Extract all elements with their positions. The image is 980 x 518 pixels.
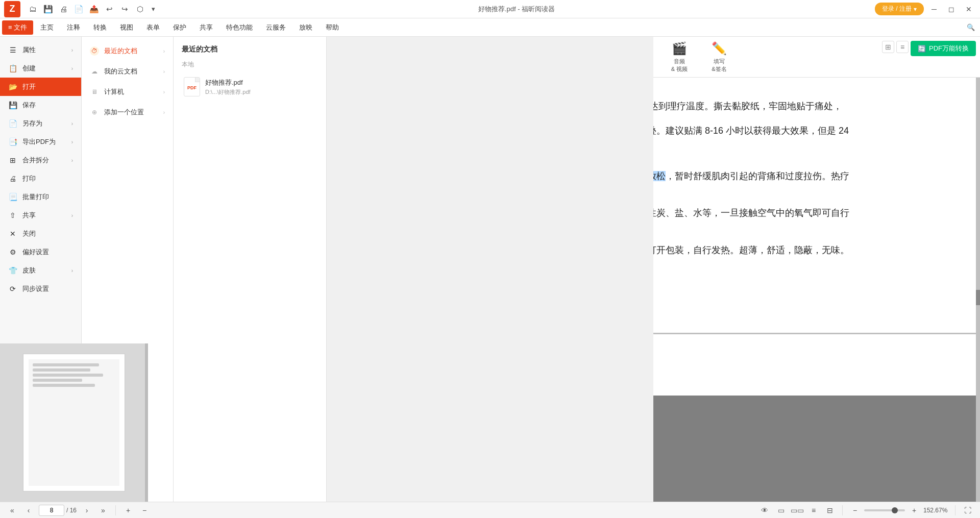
recent-section-local: 本地 (182, 60, 318, 69)
thumb-line (33, 374, 103, 377)
last-page-button[interactable]: » (97, 504, 109, 516)
merge-arrow: › (71, 158, 73, 163)
file-menu-export[interactable]: 📑 导出PDF为 › (0, 133, 81, 151)
submenu-recent[interactable]: ⏱ 最近的文档 › (82, 41, 173, 61)
computer-arrow: › (163, 89, 165, 95)
preferences-label: 偏好设置 (22, 248, 49, 257)
file-menu-share[interactable]: ⇧ 共享 › (0, 206, 81, 225)
undo-icon[interactable]: ↩ (102, 2, 116, 16)
share-label: 共享 (22, 211, 36, 220)
save-icon[interactable]: 💾 (41, 2, 55, 16)
pdf-convert-button[interactable]: 🔄 PDF万能转换 (911, 41, 976, 56)
audio-video-button[interactable]: 🎬 音频& 视频 (662, 37, 697, 77)
pdf-scrollbar-thumb[interactable] (976, 290, 980, 305)
cloud-icon: ☁ (90, 67, 99, 76)
menu-view[interactable]: 视图 (114, 20, 139, 35)
menu-bar: ≡ 文件 主页 注释 转换 视图 表单 保护 共享 特色功能 云服务 放映 帮助… (0, 18, 980, 37)
double-page-button[interactable]: ▭▭ (791, 504, 803, 516)
next-page-button[interactable]: › (81, 504, 93, 516)
first-page-button[interactable]: « (6, 504, 18, 516)
submenu-cloud[interactable]: ☁ 我的云文档 › (82, 61, 173, 82)
recent-icon: ⏱ (90, 46, 99, 56)
thumbnail-page (23, 354, 125, 491)
submenu-computer[interactable]: 🖥 计算机 › (82, 82, 173, 102)
file-menu-batch-print[interactable]: 📃 批量打印 (0, 188, 81, 206)
pdf-line-2: 交叠。建议贴满 8-16 小时以获得最大效果，但是 24 (653, 122, 980, 139)
skin-arrow: › (71, 268, 73, 274)
page-total: / 16 (66, 507, 77, 514)
grid-view-button[interactable]: ⊞ (882, 41, 894, 53)
zoom-out-button[interactable]: − (849, 504, 861, 516)
file-menu-preferences[interactable]: ⚙ 偏好设置 (0, 243, 81, 261)
menu-file[interactable]: ≡ 文件 (2, 20, 33, 35)
page-number-input[interactable] (39, 505, 64, 516)
continuous-page-button[interactable]: ⊟ (824, 504, 836, 516)
pdf-scrollbar[interactable] (976, 78, 980, 502)
file-menu-properties[interactable]: ☰ 属性 › (0, 41, 81, 59)
export-icon[interactable]: 📤 (87, 2, 101, 16)
folder-open-icon[interactable]: 🗂 (26, 2, 40, 16)
pdf-page: j可达到理疗温度。撕去黏胶纸，牢固地贴于痛处， 交叠。建议贴满 8-16 小时以… (653, 78, 980, 333)
file-menu-merge[interactable]: ⊞ 合并拆分 › (0, 151, 81, 169)
menu-share[interactable]: 共享 (193, 20, 219, 35)
file-menu-skin[interactable]: 👕 皮肤 › (0, 261, 81, 280)
submenu-add-location[interactable]: ⊕ 添加一个位置 › (82, 102, 173, 122)
fill-sign-button[interactable]: ✏️ 填写&签名 (701, 37, 737, 77)
zoom-in-button[interactable]: + (908, 504, 920, 516)
zoom-slider[interactable] (864, 509, 905, 511)
file-menu-print[interactable]: 🖨 打印 (0, 169, 81, 188)
menu-protect[interactable]: 保护 (167, 20, 192, 35)
pdf-line-3: 勾放松，暂时舒缓肌肉引起的背痛和过度拉伤。热疗 (653, 168, 980, 184)
maximize-button[interactable]: ◻ (944, 2, 959, 16)
search-button[interactable]: 🔍 (964, 20, 978, 35)
pdf-text-content: j可达到理疗温度。撕去黏胶纸，牢固地贴于痛处， 交叠。建议贴满 8-16 小时以… (653, 98, 980, 258)
single-page-button[interactable]: ▭ (775, 504, 787, 516)
file-menu-save[interactable]: 💾 保存 (0, 96, 81, 114)
file-menu-open[interactable]: 📂 打开 (0, 78, 81, 96)
menu-slideshow[interactable]: 放映 (293, 20, 318, 35)
prev-page-button[interactable]: ‹ (22, 504, 35, 516)
stamp-icon[interactable]: ⬡ (133, 2, 147, 16)
pdf-line-5: 要打开包装，自行发热。超薄，舒适，隐蔽，无味。 (653, 242, 980, 258)
menu-cloud[interactable]: 云服务 (260, 20, 292, 35)
menu-convert[interactable]: 转换 (87, 20, 113, 35)
login-button[interactable]: 登录 / 注册 ▾ (875, 3, 924, 15)
close-button[interactable]: ✕ (962, 2, 976, 16)
file-menu-sync[interactable]: ⟳ 同步设置 (0, 280, 81, 298)
save-label: 保存 (22, 101, 36, 110)
file-menu-create[interactable]: 📋 创建 › (0, 59, 81, 78)
status-divider (115, 505, 116, 515)
file-menu-saveas[interactable]: 📄 另存为 › (0, 114, 81, 133)
menu-annotation[interactable]: 注释 (61, 20, 86, 35)
print-icon[interactable]: 🖨 (56, 2, 70, 16)
zoom-slider-thumb[interactable] (892, 507, 898, 513)
eye-view-button[interactable]: 👁 (758, 504, 771, 516)
menu-form[interactable]: 表单 (140, 20, 166, 35)
fullscreen-button[interactable]: ⛶ (962, 504, 974, 516)
export-label: 导出PDF为 (22, 137, 56, 146)
title-bar: Z 🗂 💾 🖨 📄 📤 ↩ ↪ ⬡ ▾ 好物推荐.pdf - 福昕阅读器 登录 … (0, 0, 980, 18)
file-path: D:\...\好物推荐.pdf (205, 88, 307, 96)
batch-print-label: 批量打印 (22, 192, 49, 202)
menu-home[interactable]: 主页 (34, 20, 60, 35)
minimize-button[interactable]: ─ (927, 2, 941, 16)
menu-help[interactable]: 帮助 (320, 20, 345, 35)
add-location-icon: ⊕ (90, 108, 99, 117)
more-dropdown-icon[interactable]: ▾ (148, 2, 158, 16)
saveas-label: 另存为 (22, 119, 42, 128)
scroll-page-button[interactable]: ≡ (807, 504, 820, 516)
file-name: 好物推荐.pdf (205, 78, 316, 87)
file-menu-close[interactable]: ✕ 关闭 (0, 225, 81, 243)
redo-icon[interactable]: ↪ (117, 2, 132, 16)
view-controls: ⊞ ≡ 🔄 PDF万能转换 (882, 41, 976, 56)
new-doc-icon[interactable]: 📄 (71, 2, 86, 16)
remove-page-button[interactable]: − (138, 504, 151, 516)
add-page-button[interactable]: + (122, 504, 134, 516)
zoom-percent: 152.67% (923, 507, 949, 514)
recent-file-item[interactable]: PDF 好物推荐.pdf D:\...\好物推荐.pdf (182, 73, 318, 101)
open-label: 打开 (22, 82, 36, 91)
panel-resize-handle[interactable] (145, 343, 148, 502)
list-view-button[interactable]: ≡ (896, 41, 909, 53)
menu-special[interactable]: 特色功能 (220, 20, 259, 35)
highlight-relax: 勾放松 (653, 171, 666, 181)
